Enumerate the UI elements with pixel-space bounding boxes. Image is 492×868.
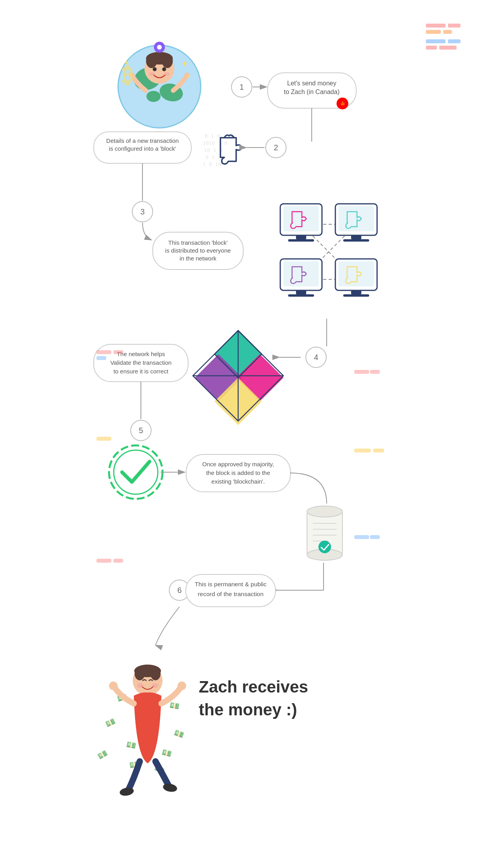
svg-text:2: 2 <box>274 143 278 152</box>
svg-text:to ensure it is correct: to ensure it is correct <box>113 368 168 375</box>
svg-text:💵: 💵 <box>126 740 137 751</box>
svg-point-8 <box>153 67 157 71</box>
svg-text:0 1 0: 0 1 0 <box>205 133 220 139</box>
svg-text:💵: 💵 <box>161 747 173 759</box>
approved-seal <box>109 445 163 499</box>
svg-point-9 <box>162 67 166 71</box>
svg-point-112 <box>135 667 145 680</box>
infographic-container: ₿ ✦ ✦ ✦ 1 Let's send money to Zach (in C… <box>0 0 492 858</box>
top-right-decoration <box>426 24 461 50</box>
svg-rect-127 <box>96 356 106 360</box>
svg-text:✦: ✦ <box>124 59 129 66</box>
svg-text:💵: 💵 <box>104 717 117 729</box>
svg-rect-130 <box>96 437 111 441</box>
svg-rect-126 <box>113 350 123 354</box>
svg-text:3: 3 <box>140 207 144 216</box>
svg-rect-56 <box>343 239 369 242</box>
svg-rect-58 <box>283 261 319 286</box>
svg-text:🍁: 🍁 <box>339 100 346 107</box>
svg-text:₿: ₿ <box>122 63 133 87</box>
svg-point-86 <box>307 506 342 517</box>
svg-rect-136 <box>373 449 384 452</box>
svg-text:0 1 0: 0 1 0 <box>205 154 221 160</box>
svg-text:This transaction 'block': This transaction 'block' <box>168 239 228 246</box>
step-6-bubble: This is permanent & public record of the… <box>186 574 276 607</box>
svg-rect-131 <box>354 370 369 374</box>
svg-text:Once approved by majority,: Once approved by majority, <box>202 461 274 467</box>
svg-text:4: 4 <box>314 353 318 362</box>
svg-text:✦: ✦ <box>187 74 192 80</box>
svg-rect-134 <box>370 535 380 539</box>
step-4-bubble: The network helps Validate the transacti… <box>94 344 188 382</box>
svg-text:is distributed to everyone: is distributed to everyone <box>165 247 231 254</box>
step-5-circle: 5 <box>131 420 151 441</box>
svg-point-117 <box>178 681 186 690</box>
svg-text:in the network: in the network <box>179 255 216 262</box>
globe-character: ₿ ✦ ✦ ✦ <box>118 42 201 128</box>
svg-point-92 <box>318 541 331 553</box>
svg-rect-54 <box>338 206 374 231</box>
svg-rect-133 <box>354 535 369 539</box>
svg-point-7 <box>162 54 173 68</box>
svg-text:✦: ✦ <box>181 59 188 69</box>
svg-point-78 <box>109 445 163 499</box>
svg-text:1 0 10: 1 0 10 <box>203 161 221 167</box>
step-3-circle: 3 <box>132 201 153 222</box>
svg-text:to Zach (in Canada): to Zach (in Canada) <box>284 89 339 95</box>
step-5-bubble: Once approved by majority, the block is … <box>186 454 290 492</box>
step-2-bubble: Details of a new transaction is configur… <box>94 132 191 163</box>
final-text: Zach receives the money :) <box>199 678 308 719</box>
svg-rect-55 <box>351 235 361 239</box>
svg-text:Zach receives: Zach receives <box>199 678 308 696</box>
svg-text:Let's send money: Let's send money <box>287 80 337 87</box>
svg-rect-128 <box>96 559 111 563</box>
svg-text:10 1 0: 10 1 0 <box>204 147 222 153</box>
svg-text:💵: 💵 <box>173 728 185 740</box>
svg-rect-129 <box>113 559 123 563</box>
block-puzzle-piece <box>220 135 242 164</box>
svg-rect-51 <box>296 235 306 239</box>
svg-text:💵: 💵 <box>169 700 180 711</box>
svg-point-6 <box>146 54 157 68</box>
svg-rect-135 <box>354 449 371 452</box>
svg-text:This is permanent & public: This is permanent & public <box>195 581 267 587</box>
step-3-bubble: This transaction 'block' is distributed … <box>153 232 243 270</box>
step-1-bubble: Let's send money to Zach (in Canada) 🍁 <box>268 73 356 109</box>
computer-network <box>280 204 377 297</box>
svg-rect-52 <box>288 239 314 242</box>
scroll-document <box>307 506 342 560</box>
step-1-circle: 1 <box>231 77 252 97</box>
svg-text:the block is added to the: the block is added to the <box>206 469 270 476</box>
svg-text:The network helps: The network helps <box>117 351 165 357</box>
svg-rect-63 <box>351 290 361 294</box>
svg-text:the money :): the money :) <box>199 700 297 719</box>
svg-point-10 <box>149 72 155 76</box>
svg-rect-62 <box>338 261 374 286</box>
step-2-circle: 2 <box>266 137 286 158</box>
svg-rect-64 <box>343 294 369 297</box>
svg-text:existing 'blockchain'.: existing 'blockchain'. <box>211 478 265 485</box>
svg-point-114 <box>137 683 143 688</box>
svg-rect-132 <box>370 370 380 374</box>
svg-point-115 <box>152 683 158 688</box>
svg-text:1: 1 <box>239 83 244 91</box>
svg-point-113 <box>150 667 161 680</box>
svg-point-13 <box>157 45 162 50</box>
svg-point-11 <box>164 72 170 76</box>
svg-text:💵: 💵 <box>96 748 109 761</box>
svg-point-116 <box>109 681 118 690</box>
svg-text:5: 5 <box>139 426 143 435</box>
svg-rect-50 <box>283 206 319 231</box>
colorful-puzzle <box>193 331 283 425</box>
svg-rect-59 <box>296 290 306 294</box>
svg-text:Details of a new transaction: Details of a new transaction <box>106 137 179 144</box>
zach-character: 💵 💵 💵 💵 💵 💵 💵 💵 💵 💵 <box>96 665 186 797</box>
svg-text:is configured into a 'block': is configured into a 'block' <box>109 145 176 152</box>
svg-text:6: 6 <box>177 586 181 595</box>
svg-point-3 <box>146 91 161 102</box>
svg-text:record of the transaction: record of the transaction <box>198 591 263 597</box>
main-infographic-svg: ₿ ✦ ✦ ✦ 1 Let's send money to Zach (in C… <box>83 16 409 842</box>
svg-rect-60 <box>288 294 314 297</box>
svg-text:1010 1 0: 1010 1 0 <box>203 140 228 146</box>
svg-text:Validate the transaction: Validate the transaction <box>110 359 172 366</box>
